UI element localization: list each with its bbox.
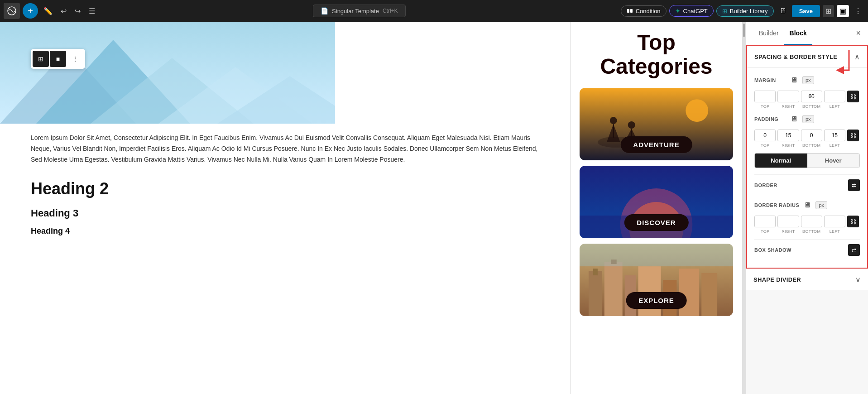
heading2: Heading 2 xyxy=(31,179,539,198)
device-preview-button[interactable]: 🖥 xyxy=(777,5,789,17)
margin-top-input[interactable] xyxy=(754,91,776,102)
shape-divider-header[interactable]: Shape Divider ∨ xyxy=(746,269,868,290)
border-radius-left-input[interactable] xyxy=(824,216,845,227)
border-radius-section: BORDER RADIUS 🖥 px ⛓ TOP RIGHT xyxy=(754,200,860,234)
topbar-center: 📄 Singular Template Ctrl+K xyxy=(101,5,618,17)
margin-unit[interactable]: px xyxy=(802,76,814,84)
category-card-discover[interactable]: DISCOVER xyxy=(580,166,733,238)
category-card-explore[interactable]: EXPLORE xyxy=(580,244,733,316)
canvas-inner: ⊞ ■ ⋮ xyxy=(0,22,570,394)
padding-unit[interactable]: px xyxy=(802,115,814,123)
shape-divider-title: Shape Divider xyxy=(753,276,801,283)
svg-rect-29 xyxy=(701,273,717,316)
category-card-adventure[interactable]: ADVENTURE xyxy=(580,88,733,160)
svg-rect-1 xyxy=(627,9,629,13)
svg-rect-28 xyxy=(679,269,699,316)
panel-close-button[interactable]: × xyxy=(856,29,861,38)
redo-button[interactable]: ↪ xyxy=(72,5,83,17)
border-radius-right-input[interactable] xyxy=(777,216,799,227)
margin-right-label: RIGHT xyxy=(777,104,799,109)
padding-left-label: LEFT xyxy=(824,143,845,148)
panel-toggle-button[interactable]: ▣ xyxy=(837,5,849,17)
br-left-label: LEFT xyxy=(824,229,845,234)
save-button[interactable]: Save xyxy=(792,5,820,17)
explore-label: EXPLORE xyxy=(626,292,687,309)
padding-bottom-input[interactable] xyxy=(801,130,822,141)
spacing-content: MARGIN 🖥 px ⛓ TOP RIGHT BOTTOM LEFT xyxy=(747,68,867,268)
floating-toolbar: ⊞ ■ ⋮ xyxy=(31,49,85,69)
chatgpt-button[interactable]: ✦ ChatGPT xyxy=(669,5,714,17)
section-icon-button[interactable]: ⊞ xyxy=(33,51,49,67)
undo-button[interactable]: ↩ xyxy=(58,5,69,17)
padding-left-input[interactable] xyxy=(824,130,845,141)
adventure-label: ADVENTURE xyxy=(620,136,692,153)
spacing-section-header[interactable]: Spacing & Border Style ∧ xyxy=(747,46,867,68)
scroll-track[interactable] xyxy=(742,22,746,394)
margin-bottom-input[interactable] xyxy=(801,91,822,102)
normal-button[interactable]: Normal xyxy=(755,154,807,168)
br-bottom-label: BOTTOM xyxy=(801,229,822,234)
padding-top-label: TOP xyxy=(754,143,776,148)
border-settings-button[interactable]: ⇄ xyxy=(848,179,860,191)
tab-builder[interactable]: Builder xyxy=(753,22,784,45)
border-radius-unit[interactable]: px xyxy=(815,201,827,209)
discover-label: DISCOVER xyxy=(624,214,688,231)
margin-right-input[interactable] xyxy=(777,91,799,102)
svg-rect-32 xyxy=(580,244,733,266)
builder-library-button[interactable]: ⊞ Builder Library xyxy=(716,5,774,17)
border-radius-top-input[interactable] xyxy=(754,216,776,227)
svg-rect-24 xyxy=(604,262,623,316)
border-radius-bottom-input[interactable] xyxy=(801,216,822,227)
main-layout: ⊞ ■ ⋮ xyxy=(0,22,868,394)
topbar: + ✏️ ↩ ↪ ☰ 📄 Singular Template Ctrl+K Co… xyxy=(0,0,868,22)
wp-logo xyxy=(4,3,20,19)
border-radius-device-icon[interactable]: 🖥 xyxy=(803,200,812,210)
margin-left-input[interactable] xyxy=(824,91,845,102)
list-button[interactable]: ☰ xyxy=(86,5,98,17)
grid-toggle-button[interactable]: ⊞ xyxy=(823,5,834,17)
settings-panel: Builder Block × Spacing & Border Style ∧… xyxy=(746,22,868,394)
scroll-thumb xyxy=(743,24,745,37)
svg-point-17 xyxy=(686,99,708,122)
tab-block[interactable]: Block xyxy=(784,22,812,45)
padding-device-icon[interactable]: 🖥 xyxy=(790,114,799,124)
margin-top-label: TOP xyxy=(754,104,776,109)
spacing-section-title: Spacing & Border Style xyxy=(754,53,837,60)
condition-button[interactable]: Condition xyxy=(621,5,667,17)
block-icon-button[interactable]: ■ xyxy=(50,51,66,67)
svg-rect-23 xyxy=(589,271,602,316)
hover-button[interactable]: Hover xyxy=(807,154,860,168)
keyboard-shortcut: Ctrl+K xyxy=(383,8,398,14)
template-label: 📄 Singular Template Ctrl+K xyxy=(313,5,406,17)
lorem-paragraph: Lorem Ipsum Dolor Sit Amet, Consectetur … xyxy=(31,133,539,165)
panel-header: Builder Block × xyxy=(746,22,868,45)
canvas-area: ⊞ ■ ⋮ xyxy=(0,22,570,394)
pencil-button[interactable]: ✏️ xyxy=(41,5,55,17)
margin-labels: TOP RIGHT BOTTOM LEFT xyxy=(754,104,860,109)
padding-link-button[interactable]: ⛓ xyxy=(847,130,859,141)
border-radius-inputs: ⛓ xyxy=(754,216,860,227)
padding-label: PADDING xyxy=(754,116,786,122)
margin-inputs: ⛓ xyxy=(754,91,860,102)
margin-device-icon[interactable]: 🖥 xyxy=(790,75,799,85)
margin-link-button[interactable]: ⛓ xyxy=(847,91,859,102)
categories-title: Top Categories xyxy=(571,31,742,79)
svg-rect-30 xyxy=(593,269,598,275)
mountain-svg xyxy=(0,22,335,124)
hero-image xyxy=(0,22,335,124)
more-options-button[interactable]: ⋮ xyxy=(852,5,864,17)
padding-top-input[interactable] xyxy=(754,130,776,141)
margin-row: MARGIN 🖥 px xyxy=(754,75,860,85)
padding-right-input[interactable] xyxy=(777,130,799,141)
svg-point-13 xyxy=(610,117,617,124)
border-row: BORDER ⇄ xyxy=(754,174,860,196)
border-radius-labels: TOP RIGHT BOTTOM LEFT xyxy=(754,229,860,234)
more-icon-button[interactable]: ⋮ xyxy=(67,51,83,67)
box-shadow-settings-button[interactable]: ⇄ xyxy=(848,244,860,256)
padding-labels: TOP RIGHT BOTTOM LEFT xyxy=(754,143,860,148)
spacing-border-section: Spacing & Border Style ∧ MARGIN 🖥 px ⛓ xyxy=(746,45,868,269)
canvas-content: Lorem Ipsum Dolor Sit Amet, Consectetur … xyxy=(0,124,570,245)
add-button[interactable]: + xyxy=(23,3,38,19)
border-radius-link-button[interactable]: ⛓ xyxy=(847,216,859,227)
heading4: Heading 4 xyxy=(31,226,539,236)
